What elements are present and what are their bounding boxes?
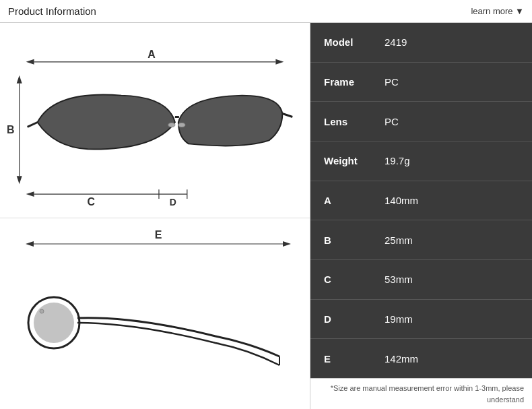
svg-line-9	[28, 122, 38, 127]
svg-point-26	[40, 309, 44, 313]
svg-marker-22	[283, 241, 291, 247]
svg-text:B: B	[7, 124, 15, 135]
spec-row: E142mm	[310, 339, 532, 378]
spec-label: Lens	[310, 116, 378, 127]
page-title: Product Information	[8, 5, 96, 17]
svg-marker-14	[26, 191, 34, 197]
top-view-diagram: A B	[0, 23, 310, 218]
svg-text:A: A	[147, 49, 156, 60]
spec-row: A140mm	[310, 181, 532, 221]
learn-more-link[interactable]: learn more ▼	[471, 6, 524, 16]
svg-marker-1	[26, 59, 34, 65]
main-content: A B	[0, 23, 532, 409]
spec-value: PC	[378, 76, 532, 88]
spec-label: D	[310, 313, 378, 325]
specs-section: Model2419FramePCLensPCWeight19.7gA140mmB…	[310, 23, 532, 409]
svg-marker-6	[17, 176, 22, 184]
spec-value: 19mm	[378, 313, 532, 325]
spec-label: Frame	[310, 76, 378, 88]
specs-table: Model2419FramePCLensPCWeight19.7gA140mmB…	[310, 23, 532, 378]
spec-row: FramePC	[310, 63, 532, 102]
svg-point-12	[178, 123, 185, 127]
spec-row: D19mm	[310, 300, 532, 340]
spec-value: PC	[378, 116, 532, 127]
spec-row: LensPC	[310, 102, 532, 141]
spec-label: B	[310, 234, 378, 246]
svg-text:E: E	[155, 229, 162, 241]
svg-point-25	[34, 303, 74, 343]
spec-row: C53mm	[310, 260, 532, 300]
spec-label: Model	[310, 36, 378, 48]
svg-marker-2	[275, 59, 284, 65]
svg-point-11	[168, 123, 175, 127]
spec-value: 25mm	[378, 234, 532, 246]
spec-value: 142mm	[378, 353, 532, 365]
spec-row: Model2419	[310, 23, 532, 63]
svg-line-10	[282, 114, 292, 117]
spec-label: E	[310, 353, 378, 365]
svg-marker-21	[26, 241, 34, 247]
spec-value: 140mm	[378, 195, 532, 206]
spec-value: 53mm	[378, 274, 532, 285]
spec-value: 2419	[378, 36, 532, 48]
spec-label: C	[310, 274, 378, 285]
side-view-diagram: E	[0, 218, 310, 409]
spec-row: B25mm	[310, 220, 532, 260]
spec-label: Weight	[310, 155, 378, 166]
diagram-section: A B	[0, 23, 310, 409]
measurement-note: *Size are manual measurement error withi…	[310, 378, 532, 409]
spec-row: Weight19.7g	[310, 141, 532, 181]
spec-value: 19.7g	[378, 155, 532, 166]
svg-marker-5	[17, 75, 22, 84]
svg-text:C: C	[88, 196, 96, 208]
page-header: Product Information learn more ▼	[0, 0, 532, 23]
spec-label: A	[310, 195, 378, 206]
svg-text:D: D	[170, 197, 176, 208]
